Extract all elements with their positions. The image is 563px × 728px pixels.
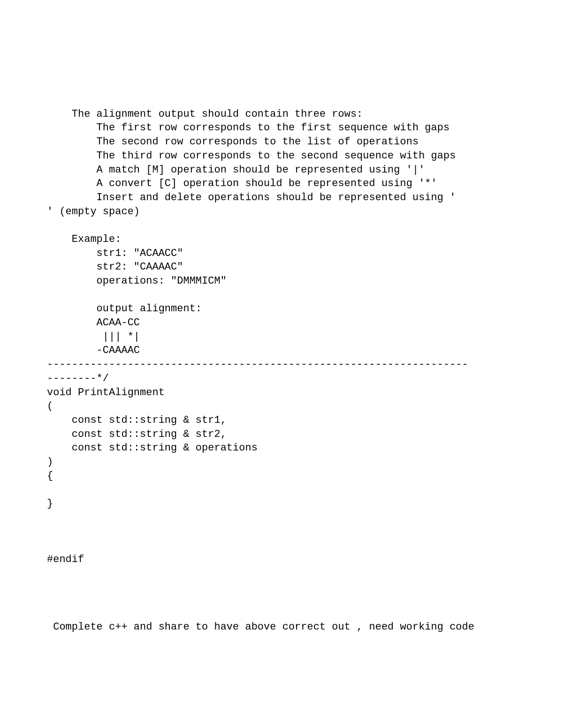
code-block: The alignment output should contain thre… [47, 107, 516, 567]
request-text: Complete c++ and share to have above cor… [47, 620, 516, 634]
